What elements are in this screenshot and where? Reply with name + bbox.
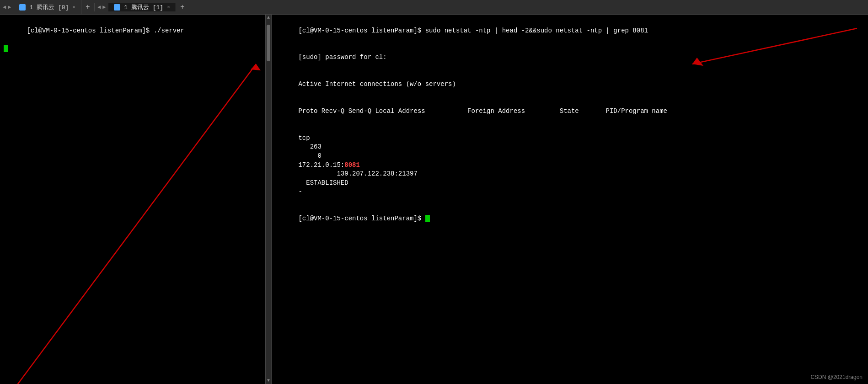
terminals-container: [cl@VM-0-15-centos listenParam]$ ./serve… (0, 15, 868, 384)
tab-left[interactable]: 1 腾讯云 [0] × (14, 0, 81, 14)
left-cursor (4, 45, 8, 52)
tab-left-icon (19, 4, 26, 11)
tab-right[interactable]: 1 腾讯云 [1] × (108, 3, 176, 11)
right-data-foreign: 139.207.122.238:21397 (298, 170, 417, 177)
svg-marker-1 (251, 64, 261, 70)
left-prompt-line: [cl@VM-0-15-centos listenParam]$ ./serve… (4, 17, 262, 44)
right-header-proto: Proto (298, 107, 321, 115)
tab-bar: ◀ ▶ 1 腾讯云 [0] × + ◀ ▶ 1 腾讯云 [1] × + (0, 0, 868, 15)
nav-right-right-arrow[interactable]: ▶ (102, 4, 106, 11)
right-sudo: [sudo] password for cl: (298, 53, 391, 61)
nav-right-arrow[interactable]: ▶ (8, 4, 11, 11)
terminal-right[interactable]: [cl@VM-0-15-centos listenParam]$ sudo ne… (272, 15, 868, 384)
tab-right-icon (114, 4, 120, 11)
right-tab-area: ◀ ▶ 1 腾讯云 [1] × + (94, 3, 868, 11)
right-data-port: 8081 (344, 161, 360, 169)
tab-add-right[interactable]: + (176, 3, 189, 11)
terminal-left[interactable]: [cl@VM-0-15-centos listenParam]$ ./serve… (0, 15, 265, 384)
right-data-recvq: 263 (298, 143, 325, 150)
arrow-left-to-right (0, 15, 265, 384)
right-line3: Active Internet connections (w/o servers… (275, 71, 864, 98)
scrollbar-thumb[interactable] (267, 25, 270, 61)
right-active: Active Internet connections (w/o servers… (298, 80, 455, 88)
scroll-down-arrow[interactable]: ▼ (266, 378, 271, 384)
right-prompt1: [cl@VM-0-15-centos listenParam]$ (298, 27, 425, 34)
right-data-state: ESTABLISHED (298, 179, 352, 187)
nav-right-left-arrow[interactable]: ◀ (97, 4, 101, 11)
left-prompt: [cl@VM-0-15-centos listenParam]$ (27, 27, 153, 34)
svg-line-0 (14, 64, 256, 384)
left-command: ./server (154, 27, 184, 34)
scrollbar-divider: ▲ ▼ (265, 15, 272, 384)
right-prompt2: [cl@VM-0-15-centos listenParam]$ (298, 215, 425, 222)
right-cmd1: sudo netstat -ntp | head -2&&sudo netsta… (425, 27, 648, 34)
right-data-pid: - (298, 188, 302, 195)
right-cursor (425, 215, 430, 222)
tab-right-label: 1 腾讯云 [1] (124, 3, 163, 11)
right-data-local: 172.21.0.15: (298, 161, 344, 169)
right-data-proto: tcp (298, 134, 321, 142)
scroll-up-arrow[interactable]: ▲ (266, 15, 271, 21)
right-line6: [cl@VM-0-15-centos listenParam]$ (275, 205, 864, 232)
watermark: CSDN @2021dragon (810, 373, 863, 381)
tab-left-label: 1 腾讯云 [0] (29, 3, 69, 11)
right-line5: tcp 263 0 172.21.0.15:8081 139.207.122.2… (275, 125, 864, 205)
left-cursor-line (4, 44, 262, 53)
nav-left-arrow[interactable]: ◀ (3, 4, 6, 11)
right-data-sendq: 0 (298, 152, 325, 160)
right-header-rest: Recv-Q Send-Q Local Address Foreign Addr… (321, 107, 667, 115)
tab-left-close[interactable]: × (72, 5, 75, 10)
right-line4: Proto Recv-Q Send-Q Local Address Foreig… (275, 98, 864, 125)
tab-add-left[interactable]: + (81, 0, 94, 14)
tab-nav-right[interactable]: ◀ ▶ (95, 4, 108, 11)
right-line1: [cl@VM-0-15-centos listenParam]$ sudo ne… (275, 17, 864, 44)
tab-right-close[interactable]: × (167, 5, 170, 10)
right-line2: [sudo] password for cl: (275, 44, 864, 71)
tab-nav-left[interactable]: ◀ ▶ (0, 4, 14, 11)
